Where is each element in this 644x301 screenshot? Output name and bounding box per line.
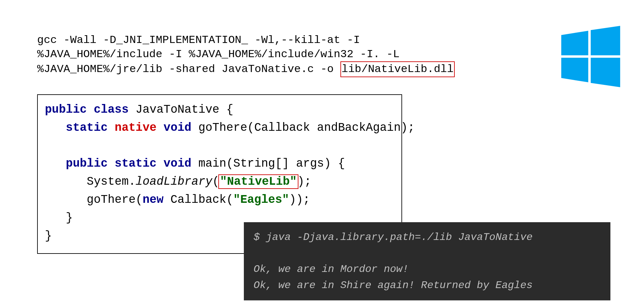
gcc-line-2: %JAVA_HOME%/include -I %JAVA_HOME%/inclu… [37,48,400,60]
java-l6-mid: Callback( [163,193,233,206]
java-l5-pre: System. [45,175,136,188]
java-l2-rest: goThere(Callback andBackAgain); [192,121,415,134]
terminal-line-3: Ok, we are in Mordor now! [254,263,409,275]
gcc-command-block: gcc -Wall -D_JNI_IMPLEMENTATION_ -Wl,--k… [37,33,455,77]
java-l5-post: ); [297,175,311,188]
eagles-string: "Eagles" [233,193,289,206]
indent [45,157,66,170]
kw-public: public [45,103,87,116]
terminal-output: $ java -Djava.library.path=./lib JavaToN… [244,222,610,300]
java-l4-rest: main(String[] args) { [192,157,345,170]
svg-marker-0 [561,31,588,55]
java-l6-pre: goThere( [45,193,142,206]
java-l1-rest: JavaToNative { [129,103,233,116]
kw-public: public [66,157,108,170]
gcc-line-3-pre: %JAVA_HOME%/jre/lib -shared JavaToNative… [37,63,340,75]
kw-void: void [163,121,191,134]
windows-logo-icon [560,26,621,87]
kw-static: static [115,157,157,170]
svg-marker-3 [591,58,620,87]
java-load-library: loadLibrary [136,175,213,188]
svg-marker-2 [561,58,588,82]
kw-new: new [142,193,163,206]
svg-marker-1 [591,26,620,55]
indent [45,121,66,134]
kw-void: void [163,157,191,170]
gcc-output-highlight: lib/NativeLib.dll [340,61,455,77]
kw-native: native [115,121,157,134]
kw-class: class [94,103,129,116]
java-l7: } [45,211,73,224]
java-l8: } [45,229,52,243]
terminal-line-4: Ok, we are in Shire again! Returned by E… [254,279,533,291]
kw-static: static [66,121,108,134]
native-lib-string-highlight: "NativeLib" [218,174,298,189]
terminal-line-1: $ java -Djava.library.path=./lib JavaToN… [254,231,533,243]
gcc-line-1: gcc -Wall -D_JNI_IMPLEMENTATION_ -Wl,--k… [37,34,360,46]
java-l6-post: )); [289,193,310,206]
